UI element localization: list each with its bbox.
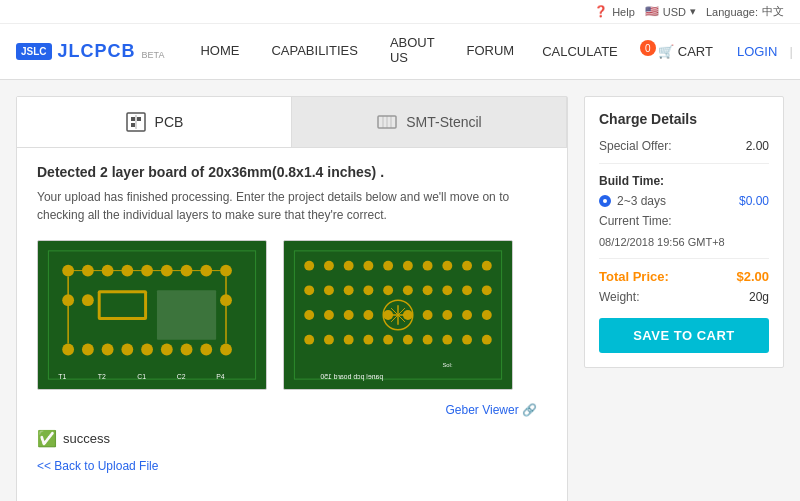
svg-text:T2: T2 [98,373,106,380]
save-to-cart-button[interactable]: SAVE TO CART [599,318,769,353]
svg-point-61 [423,285,433,295]
back-link[interactable]: << Back to Upload File [37,459,158,473]
pcb-image-2: panel pcb board 150 Sol: [283,240,513,390]
svg-point-62 [442,285,452,295]
nav-divider: | [789,44,792,59]
tabs: PCB SMT-Stencil [17,97,567,148]
cart-icon: 🛒 [658,44,674,59]
svg-point-49 [383,261,393,271]
current-time-row: Current Time: [599,214,769,228]
svg-point-78 [363,335,373,345]
special-offer-value: 2.00 [746,139,769,153]
navbar: JSLC JLCPCB BETA HOME CAPABILITIES ABOUT… [0,24,800,80]
svg-point-46 [324,261,334,271]
svg-point-66 [324,310,334,320]
svg-rect-2 [137,117,141,121]
svg-point-52 [442,261,452,271]
svg-point-64 [482,285,492,295]
weight-row: Weight: 20g [599,290,769,304]
svg-point-57 [344,285,354,295]
svg-text:Sol:: Sol: [442,362,453,368]
help-item[interactable]: ❓ Help [594,5,635,18]
nav-capabilities[interactable]: CAPABILITIES [255,24,373,80]
svg-point-83 [462,335,472,345]
svg-point-79 [383,335,393,345]
sidebar: Charge Details Special Offer: 2.00 Build… [584,96,784,368]
svg-point-84 [482,335,492,345]
detection-description: Your upload has finished processing. Ent… [37,188,537,224]
geber-viewer-link[interactable]: Geber Viewer 🔗 [446,403,538,417]
svg-text:P4: P4 [216,373,225,380]
pcb-image-1: T1 T2 C1 C2 P4 [37,240,267,390]
svg-point-26 [62,344,74,356]
svg-point-32 [181,344,193,356]
svg-point-11 [62,265,74,277]
svg-point-77 [344,335,354,345]
nav-cart[interactable]: 0 🛒 CART [634,44,725,59]
weight-value: 20g [749,290,769,304]
divider-2 [599,258,769,259]
nav-home[interactable]: HOME [184,24,255,80]
svg-point-29 [121,344,133,356]
language-label: Language: [706,6,758,18]
svg-point-30 [141,344,153,356]
nav-right: CALCULATE 0 🛒 CART LOGIN | REGISTER [530,44,800,59]
logo[interactable]: JSLC JLCPCB BETA [16,41,164,62]
currency-item[interactable]: 🇺🇸 USD ▾ [645,5,696,18]
charge-title: Charge Details [599,111,769,127]
svg-point-82 [442,335,452,345]
svg-point-45 [304,261,314,271]
svg-point-74 [482,310,492,320]
help-label: Help [612,6,635,18]
svg-point-59 [383,285,393,295]
current-time-value: 08/12/2018 19:56 GMT+8 [599,236,769,248]
detection-title: Detected 2 layer board of 20x36mm(0.8x1.… [37,164,547,180]
nav-calculate[interactable]: CALCULATE [530,44,630,59]
svg-point-73 [462,310,472,320]
tab-smt[interactable]: SMT-Stencil [292,97,567,147]
geber-viewer-label: Geber Viewer [446,403,519,417]
svg-point-60 [403,285,413,295]
svg-point-51 [423,261,433,271]
language-item[interactable]: Language: 中文 [706,4,784,19]
build-time-label: Build Time: [599,174,769,188]
build-time-price: $0.00 [739,194,769,208]
svg-point-76 [324,335,334,345]
currency-chevron: ▾ [690,5,696,18]
tab-pcb[interactable]: PCB [17,97,292,147]
svg-rect-9 [39,241,266,389]
svg-text:C1: C1 [137,373,146,380]
success-text: success [63,431,110,446]
svg-point-81 [423,335,433,345]
svg-rect-1 [131,117,135,121]
top-bar: ❓ Help 🇺🇸 USD ▾ Language: 中文 [0,0,800,24]
total-value: $2.00 [736,269,769,284]
geber-viewer: Geber Viewer 🔗 [37,402,537,417]
svg-point-63 [462,285,472,295]
cart-label: CART [678,44,713,59]
svg-point-27 [82,344,94,356]
main-content: PCB SMT-Stencil Detected 2 layer board o… [0,80,800,501]
flag-icon: 🇺🇸 [645,5,659,18]
language-value: 中文 [762,4,784,19]
nav-forum[interactable]: FORUM [450,24,530,80]
nav-links: HOME CAPABILITIES ABOUT US FORUM [184,24,530,80]
currency-label: USD [663,6,686,18]
current-time-label: Current Time: [599,214,672,228]
nav-about-us[interactable]: ABOUT US [374,24,451,80]
svg-point-28 [102,344,114,356]
svg-point-72 [442,310,452,320]
nav-login[interactable]: LOGIN [729,44,785,59]
divider-1 [599,163,769,164]
build-time-option[interactable]: 2~3 days $0.00 [599,194,769,208]
cart-badge: 0 [640,40,656,56]
success-row: ✅ success [37,429,547,448]
radio-button[interactable] [599,195,611,207]
svg-point-65 [304,310,314,320]
geber-viewer-icon: 🔗 [522,403,537,417]
svg-rect-24 [101,293,144,317]
svg-point-48 [363,261,373,271]
svg-point-54 [482,261,492,271]
svg-text:panel pcb board 150: panel pcb board 150 [320,373,383,381]
logo-beta: BETA [142,50,165,60]
